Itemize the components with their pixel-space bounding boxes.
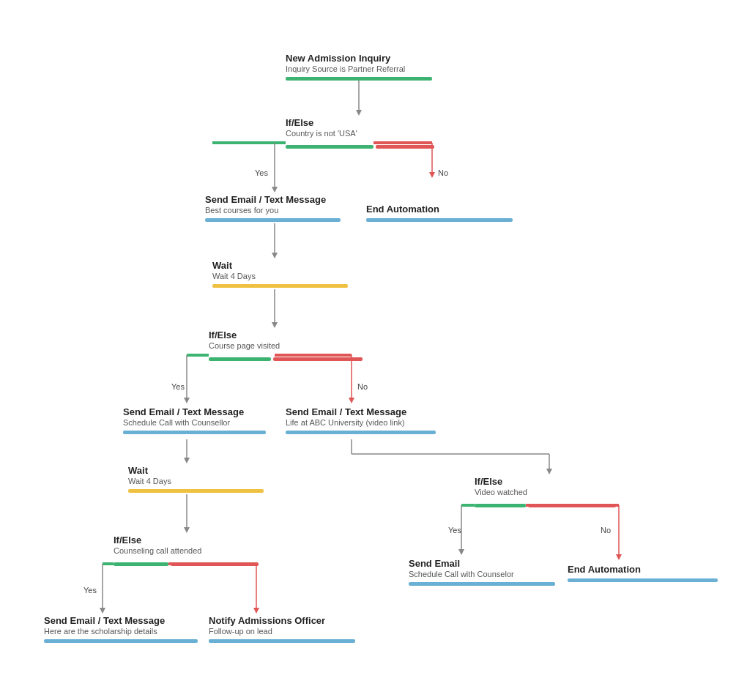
- ifelse-3-bar-green: [475, 504, 526, 507]
- label-yes-3: Yes: [448, 526, 461, 535]
- end-auto-1-title: End Automation: [366, 204, 520, 215]
- label-no-3: No: [601, 526, 611, 535]
- label-yes-1: Yes: [255, 168, 268, 177]
- send-email-3-title: Send Email / Text Message: [286, 406, 447, 417]
- ifelse-1-bar-green: [286, 145, 374, 149]
- wait-2-sub: Wait 4 Days: [128, 477, 275, 485]
- ifelse-3-sub: Video watched: [475, 488, 632, 496]
- svg-marker-31: [616, 554, 622, 560]
- wait-1-sub: Wait 4 Days: [212, 272, 359, 280]
- new-admission-title: New Admission Inquiry: [286, 53, 439, 64]
- send-email-1-sub: Best courses for you: [205, 206, 355, 215]
- send-email-2-sub: Schedule Call with Counsellor: [123, 418, 280, 427]
- ifelse-1-bar-red: [376, 145, 434, 149]
- node-send-email-2: Send Email / Text Message Schedule Call …: [123, 406, 280, 434]
- flowchart-canvas: New Admission Inquiry Inquiry Source is …: [0, 0, 747, 700]
- svg-marker-25: [184, 527, 190, 533]
- send-email-5-title: Send Email / Text Message: [44, 615, 205, 626]
- svg-marker-5: [272, 187, 278, 193]
- svg-marker-9: [272, 253, 278, 258]
- svg-marker-15: [184, 398, 190, 403]
- ifelse-2-bar-green: [209, 357, 271, 361]
- node-send-email-1: Send Email / Text Message Best courses f…: [205, 194, 355, 222]
- send-email-5-bar: [44, 639, 198, 643]
- new-admission-sub: Inquiry Source is Partner Referral: [286, 64, 439, 73]
- label-yes-4: Yes: [83, 586, 97, 595]
- node-send-email-5: Send Email / Text Message Here are the s…: [44, 615, 205, 643]
- svg-marker-23: [546, 469, 552, 474]
- ifelse-4-bar-green: [114, 562, 168, 566]
- send-email-5-sub: Here are the scholarship details: [44, 627, 205, 636]
- ifelse-3-bar-red: [528, 504, 616, 507]
- svg-marker-11: [272, 322, 278, 328]
- node-wait-1: Wait Wait 4 Days: [212, 260, 359, 288]
- svg-marker-1: [356, 110, 362, 116]
- send-email-1-bar: [205, 218, 341, 222]
- node-ifelse-2: If/Else Course page visited: [209, 329, 363, 361]
- ifelse-1-title: If/Else: [286, 117, 439, 128]
- ifelse-2-sub: Course page visited: [209, 341, 363, 350]
- node-wait-2: Wait Wait 4 Days: [128, 465, 275, 493]
- node-ifelse-1: If/Else Country is not 'USA': [286, 117, 439, 149]
- send-email-4-bar: [409, 582, 555, 586]
- send-email-2-bar: [123, 431, 266, 434]
- notify-admissions-title: Notify Admissions Officer: [209, 615, 366, 626]
- node-notify-admissions: Notify Admissions Officer Follow-up on l…: [209, 615, 366, 643]
- node-new-admission: New Admission Inquiry Inquiry Source is …: [286, 53, 439, 81]
- send-email-1-title: Send Email / Text Message: [205, 194, 355, 205]
- wait-1-title: Wait: [212, 260, 359, 271]
- node-end-auto-2: End Automation: [568, 564, 725, 582]
- ifelse-4-bar-red: [171, 562, 259, 566]
- end-auto-2-bar: [568, 578, 718, 582]
- label-yes-2: Yes: [171, 382, 185, 391]
- node-send-email-3: Send Email / Text Message Life at ABC Un…: [286, 406, 447, 434]
- svg-marker-7: [429, 172, 435, 178]
- ifelse-2-title: If/Else: [209, 329, 363, 340]
- send-email-3-bar: [286, 431, 436, 434]
- svg-marker-19: [184, 458, 190, 463]
- svg-marker-17: [349, 398, 354, 403]
- ifelse-2-bar-red: [273, 357, 363, 361]
- send-email-3-sub: Life at ABC University (video link): [286, 418, 447, 427]
- wait-2-bar: [128, 489, 264, 493]
- ifelse-1-sub: Country is not 'USA': [286, 129, 439, 138]
- svg-marker-29: [458, 549, 464, 555]
- svg-marker-37: [253, 608, 259, 614]
- ifelse-4-title: If/Else: [114, 535, 271, 546]
- wait-2-title: Wait: [128, 465, 275, 476]
- connector-lines: [0, 0, 747, 700]
- notify-admissions-bar: [209, 639, 355, 643]
- node-end-auto-1: End Automation: [366, 204, 520, 222]
- send-email-4-title: Send Email: [409, 558, 566, 569]
- send-email-2-title: Send Email / Text Message: [123, 406, 280, 417]
- node-ifelse-3: If/Else Video watched: [475, 476, 632, 507]
- end-auto-2-title: End Automation: [568, 564, 725, 575]
- send-email-4-sub: Schedule Call with Counselor: [409, 570, 566, 578]
- label-no-1: No: [438, 168, 448, 177]
- new-admission-bar: [286, 77, 432, 81]
- label-no-2: No: [357, 382, 368, 391]
- end-auto-1-bar: [366, 218, 513, 222]
- wait-1-bar: [212, 284, 348, 288]
- ifelse-4-sub: Counseling call attended: [114, 546, 271, 555]
- node-ifelse-4: If/Else Counseling call attended: [114, 535, 271, 566]
- notify-admissions-sub: Follow-up on lead: [209, 627, 366, 636]
- node-send-email-4: Send Email Schedule Call with Counselor: [409, 558, 566, 586]
- ifelse-3-title: If/Else: [475, 476, 632, 487]
- svg-marker-35: [100, 608, 105, 614]
